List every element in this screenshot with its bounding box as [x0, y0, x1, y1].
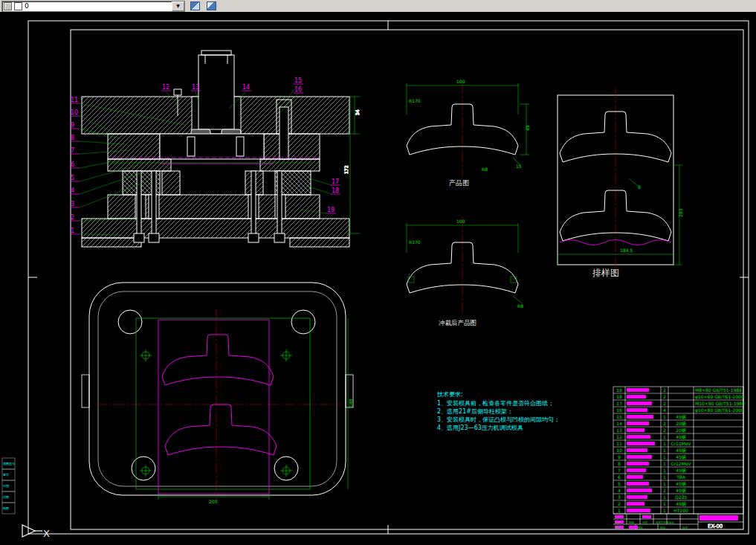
part-qty: 1 — [663, 448, 666, 453]
part-name-bar — [627, 388, 649, 392]
tech-req-item: 1、安装模具前，检查各零件是否符合图纸； — [437, 400, 554, 407]
product-dim-left: R170 — [409, 98, 421, 103]
product-dim-bottom: R8 — [482, 167, 488, 172]
plan-view: 200 140 — [82, 283, 353, 504]
part-material: Q235 — [675, 494, 687, 500]
part-qty: 1 — [663, 441, 666, 446]
part-number: 6 — [71, 161, 74, 168]
dim-34: 34 — [355, 109, 360, 115]
title-block-cell: 设计 — [616, 526, 621, 529]
layers-icon — [190, 1, 200, 10]
tech-req-item: 2、选用21#后侧导柱模架； — [437, 408, 513, 415]
part-name-bar — [627, 509, 650, 512]
part-material: 45钢 — [676, 454, 686, 459]
plan-dim-200: 200 — [209, 499, 218, 504]
tech-req-title: 技术要求: — [436, 391, 463, 398]
part-number: 18 — [332, 187, 339, 194]
part-standard: M8×80 GB/T51-1986 — [695, 387, 742, 393]
part-name-bar — [627, 468, 646, 472]
part-material: 45钢 — [676, 501, 686, 506]
margin-cell-label: 描图 — [3, 495, 9, 499]
part-qty: 2 — [663, 428, 666, 433]
part-no: 6 — [618, 474, 621, 480]
parts-table: 192M8×80 GB/T51-1986182φ10×60 GB/T61-200… — [613, 387, 745, 514]
part-standard: M10×90 GB/T51-1986 — [695, 401, 745, 406]
part-number: 13 — [192, 84, 199, 91]
part-name-bar — [627, 402, 652, 405]
part-material: 20钢 — [676, 421, 686, 426]
part-no: 13 — [616, 428, 622, 433]
punched-view: 100 R170 R8 冲裁后产品图 — [407, 217, 523, 326]
part-name-bar — [627, 455, 652, 459]
part-name-bar — [627, 448, 647, 452]
drawing-canvas[interactable]: 34 172 11109876543211213141516171819 200… — [0, 12, 756, 545]
ucs-x-label: X — [43, 528, 50, 539]
drawing-number: EX-00 — [708, 523, 723, 529]
part-qty: 1 — [663, 414, 666, 419]
title-block-cell: 校核 — [637, 526, 644, 529]
part-number: 17 — [332, 178, 339, 185]
title-block-cell: 标记 — [615, 521, 621, 524]
part-qty: 1 — [663, 494, 666, 500]
part-no: 3 — [618, 494, 621, 500]
part-no: 15 — [616, 414, 622, 419]
part-number: 5 — [71, 175, 74, 181]
tech-req-item: 3、安装模具时，保证凸模与凹模的间隙均匀； — [437, 416, 560, 423]
drawing-svg[interactable]: 34 172 11109876543211213141516171819 200… — [0, 12, 756, 545]
part-name-bar — [627, 435, 650, 439]
part-no: 11 — [616, 441, 622, 446]
part-qty: 1 — [663, 474, 666, 480]
part-no: 19 — [616, 387, 622, 393]
part-qty: 1 — [663, 468, 666, 473]
part-qty: 1 — [663, 461, 666, 466]
part-qty: 1 — [663, 454, 666, 459]
layout-dim-gap: 8 — [638, 184, 641, 190]
combo-dropdown-button[interactable]: ▼ — [172, 1, 184, 11]
part-material: 45钢 — [676, 481, 686, 486]
part-no: 12 — [616, 434, 622, 439]
part-material: 45钢 — [676, 448, 686, 453]
part-name-bar — [627, 502, 644, 506]
part-no: 14 — [616, 421, 622, 426]
product-dim-top: 100 — [456, 79, 465, 84]
part-number: 1 — [71, 228, 74, 234]
toolbar-button-layer-previous[interactable] — [204, 1, 218, 11]
part-name-bar — [627, 395, 646, 399]
ucs-icon: X — [22, 525, 50, 539]
plan-dim-right: 140 — [348, 399, 353, 407]
part-material: T8A — [676, 474, 685, 480]
part-no: 5 — [618, 481, 621, 486]
punched-dim-bottom: R8 — [517, 303, 523, 309]
part-name-bar — [627, 495, 647, 499]
margin-strip: 底图总号签字日期描图制图 — [2, 458, 15, 514]
toolbar-button-layers[interactable] — [188, 1, 201, 11]
part-name-bar — [627, 408, 647, 412]
part-qty: 2 — [663, 394, 666, 399]
part-material: HT200 — [673, 508, 688, 513]
layer-visibility-icon — [4, 2, 12, 10]
part-qty: 1 — [663, 501, 666, 506]
part-material: Cr12MoV — [671, 441, 691, 446]
title-block-cell: 审核 — [660, 526, 666, 529]
part-name-bar — [627, 422, 649, 425]
part-material: 45钢 — [676, 488, 686, 493]
part-name-bar — [627, 428, 644, 432]
product-view-label: 产品图 — [449, 179, 469, 187]
tech-req-item: 4、选用J23—63压力机调试模具 — [437, 425, 523, 431]
part-number: 4 — [71, 187, 74, 194]
part-no: 18 — [616, 394, 622, 399]
punch — [198, 55, 234, 129]
part-material: 20钢 — [676, 428, 686, 433]
part-standard: φ10×60 GB/T61-2000 — [695, 394, 744, 400]
part-number: 8 — [71, 135, 74, 141]
part-standard: φ10×80 GB/T61-2000 — [695, 407, 744, 413]
layer-color-swatch — [14, 2, 22, 10]
layout-dim-bottom: 184.5 — [620, 248, 633, 253]
title-block-cell: 签名 — [669, 521, 674, 524]
part-number: 19 — [327, 207, 335, 213]
part-name-bar — [627, 475, 643, 479]
layer-combo[interactable]: 0 ▼ — [1, 1, 185, 12]
punched-dim-top: 100 — [456, 219, 465, 224]
part-qty: 2 — [663, 401, 666, 406]
title-block-labels: 标记处数分区更改文件号签名设计校核审核批准 — [615, 520, 688, 529]
